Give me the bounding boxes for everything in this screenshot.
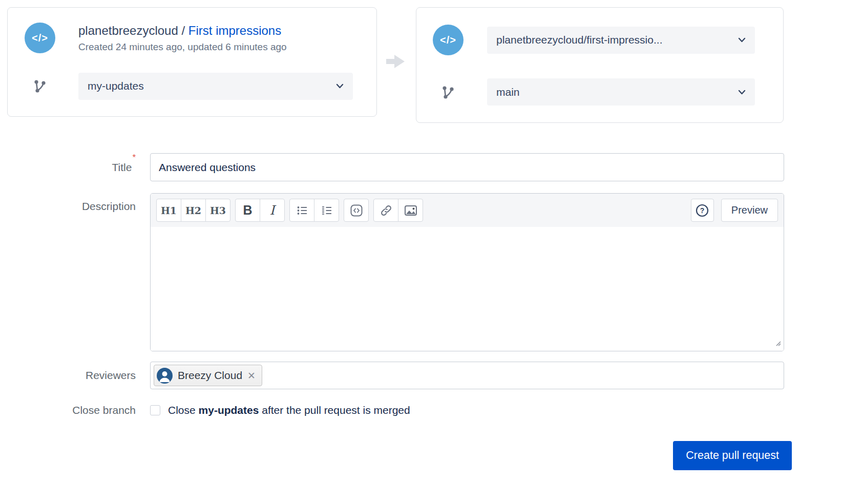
repo-separator: / (178, 24, 188, 37)
required-marker: * (132, 153, 136, 162)
reviewer-chip: Breezy Cloud ✕ (154, 365, 262, 386)
source-repo-avatar: </> (25, 23, 55, 53)
help-icon: ? (695, 203, 709, 218)
person-icon (157, 368, 173, 384)
code-icon: </> (32, 32, 48, 44)
create-pull-request-button[interactable]: Create pull request (673, 441, 792, 470)
description-label: Description (0, 200, 136, 213)
source-card: </> planetbreezycloud / First impression… (7, 7, 377, 117)
remove-reviewer-icon[interactable]: ✕ (247, 371, 256, 381)
svg-text:?: ? (700, 206, 705, 215)
destination-repo-value: planetbreezycloud/first-impressio... (496, 34, 662, 46)
image-icon (404, 204, 417, 217)
list-button-group (289, 199, 339, 222)
destination-branch-select[interactable]: main (487, 78, 755, 106)
code-block-button[interactable] (344, 199, 369, 222)
link-button[interactable] (373, 199, 398, 222)
resize-handle[interactable] (775, 340, 782, 349)
source-branch-select[interactable]: my-updates (78, 73, 353, 100)
media-button-group (373, 199, 423, 222)
source-repo-owner: planetbreezycloud (78, 24, 178, 37)
close-branch-checkbox[interactable] (150, 405, 160, 415)
branch-selection-section: </> planetbreezycloud / First impression… (0, 0, 842, 131)
heading1-button[interactable]: H1 (156, 199, 181, 222)
source-branch-icon (25, 78, 55, 94)
title-input[interactable] (150, 153, 784, 181)
close-branch-name: my-updates (199, 404, 259, 416)
chevron-down-icon (738, 37, 746, 43)
code-icon: </> (440, 34, 456, 46)
title-row: Title* (0, 153, 842, 181)
heading3-button[interactable]: H3 (205, 199, 230, 222)
description-textarea-wrap (151, 227, 784, 351)
code-icon (350, 204, 363, 217)
destination-branch-icon (433, 84, 464, 100)
reviewers-row: Reviewers Breezy Cloud ✕ (0, 362, 842, 389)
reviewer-avatar (157, 368, 173, 384)
preview-button[interactable]: Preview (721, 199, 778, 222)
source-repo-line: planetbreezycloud / First impressions (78, 24, 353, 38)
destination-repo-select[interactable]: planetbreezycloud/first-impressio... (487, 27, 755, 54)
chevron-down-icon (738, 90, 746, 95)
source-repo-meta: Created 24 minutes ago, updated 6 minute… (78, 41, 353, 53)
heading-button-group: H1 H2 H3 (156, 199, 230, 222)
close-branch-label: Close branch (0, 403, 136, 418)
code-button-group (344, 199, 369, 222)
source-repo-link[interactable]: First impressions (188, 24, 281, 37)
image-button[interactable] (398, 199, 423, 222)
reviewers-input[interactable]: Breezy Cloud ✕ (150, 362, 784, 389)
numbered-list-button[interactable] (314, 199, 339, 222)
destination-branch-value: main (496, 86, 520, 98)
reviewer-name: Breezy Cloud (178, 369, 242, 382)
chevron-down-icon (336, 83, 344, 89)
source-repo-heading: planetbreezycloud / First impressions Cr… (78, 24, 353, 53)
bold-button[interactable]: B (235, 199, 260, 222)
close-branch-sentence: Close my-updates after the pull request … (168, 404, 410, 416)
source-branch-value: my-updates (88, 80, 144, 92)
link-icon (380, 204, 392, 217)
close-branch-row: Close branch Close my-updates after the … (0, 403, 842, 418)
heading2-button[interactable]: H2 (181, 199, 206, 222)
bullet-list-button[interactable] (289, 199, 314, 222)
arrow-right-icon (385, 53, 407, 72)
reviewers-label: Reviewers (0, 362, 136, 389)
help-button[interactable]: ? (691, 199, 714, 222)
bullet-list-icon (296, 204, 308, 217)
numbered-list-icon (321, 204, 333, 217)
create-pull-request-page: </> planetbreezycloud / First impression… (0, 0, 842, 504)
editor-toolbar: H1 H2 H3 B I (151, 194, 784, 227)
description-editor: H1 H2 H3 B I (150, 193, 784, 351)
italic-button[interactable]: I (260, 199, 285, 222)
text-style-button-group: B I (235, 199, 285, 222)
destination-card: </> planetbreezycloud/first-impressio... (416, 7, 784, 123)
title-label: Title* (0, 153, 136, 181)
destination-repo-avatar: </> (433, 25, 464, 55)
description-textarea[interactable] (151, 227, 784, 351)
